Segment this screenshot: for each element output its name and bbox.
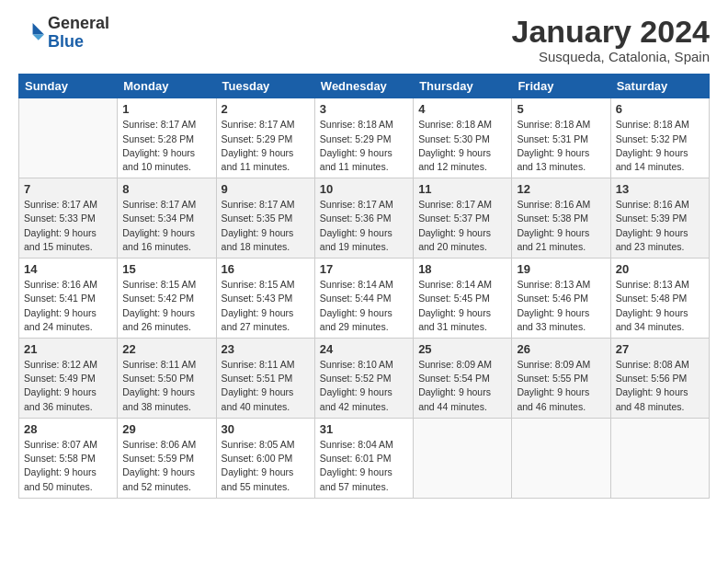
- day-cell: 5Sunrise: 8:18 AMSunset: 5:31 PMDaylight…: [512, 98, 610, 178]
- day-info: Sunrise: 8:16 AMSunset: 5:39 PMDaylight:…: [616, 198, 704, 254]
- day-info: Sunrise: 8:14 AMSunset: 5:45 PMDaylight:…: [418, 278, 506, 334]
- day-cell: 6Sunrise: 8:18 AMSunset: 5:32 PMDaylight…: [610, 98, 709, 178]
- day-info: Sunrise: 8:16 AMSunset: 5:41 PMDaylight:…: [24, 278, 112, 334]
- day-info: Sunrise: 8:17 AMSunset: 5:37 PMDaylight:…: [418, 198, 506, 254]
- day-number: 22: [122, 342, 210, 356]
- day-number: 20: [616, 262, 704, 276]
- logo-area: General Blue: [18, 15, 109, 52]
- location: Susqueda, Catalonia, Spain: [512, 49, 711, 64]
- day-info: Sunrise: 8:15 AMSunset: 5:43 PMDaylight:…: [222, 278, 310, 334]
- day-info: Sunrise: 8:07 AMSunset: 5:58 PMDaylight:…: [24, 438, 112, 494]
- day-cell: [414, 418, 512, 498]
- day-cell: 25Sunrise: 8:09 AMSunset: 5:54 PMDayligh…: [414, 339, 512, 419]
- day-info: Sunrise: 8:17 AMSunset: 5:35 PMDaylight:…: [222, 198, 310, 254]
- day-cell: 26Sunrise: 8:09 AMSunset: 5:55 PMDayligh…: [512, 339, 610, 419]
- week-row-3: 14Sunrise: 8:16 AMSunset: 5:41 PMDayligh…: [19, 259, 710, 339]
- weekday-header-row: SundayMondayTuesdayWednesdayThursdayFrid…: [19, 75, 710, 98]
- day-cell: 19Sunrise: 8:13 AMSunset: 5:46 PMDayligh…: [512, 259, 610, 339]
- day-cell: 2Sunrise: 8:17 AMSunset: 5:29 PMDaylight…: [216, 98, 314, 178]
- day-number: 11: [418, 182, 506, 196]
- day-number: 26: [517, 342, 605, 356]
- weekday-saturday: Saturday: [610, 75, 709, 98]
- weekday-sunday: Sunday: [19, 75, 118, 98]
- day-number: 7: [24, 182, 112, 196]
- day-cell: 8Sunrise: 8:17 AMSunset: 5:34 PMDaylight…: [118, 178, 216, 259]
- day-info: Sunrise: 8:09 AMSunset: 5:55 PMDaylight:…: [517, 358, 605, 414]
- day-number: 17: [320, 262, 408, 276]
- day-number: 3: [320, 102, 408, 116]
- day-info: Sunrise: 8:17 AMSunset: 5:28 PMDaylight:…: [122, 118, 210, 174]
- day-info: Sunrise: 8:18 AMSunset: 5:32 PMDaylight:…: [616, 118, 704, 174]
- day-info: Sunrise: 8:18 AMSunset: 5:31 PMDaylight:…: [517, 118, 605, 174]
- day-number: 5: [517, 102, 605, 116]
- day-info: Sunrise: 8:13 AMSunset: 5:46 PMDaylight:…: [517, 278, 605, 334]
- svg-marker-0: [33, 23, 44, 34]
- weekday-monday: Monday: [118, 75, 216, 98]
- day-number: 14: [24, 262, 112, 276]
- day-cell: [512, 418, 610, 498]
- day-info: Sunrise: 8:09 AMSunset: 5:54 PMDaylight:…: [418, 358, 506, 414]
- day-number: 12: [517, 182, 605, 196]
- day-number: 31: [320, 422, 408, 436]
- day-info: Sunrise: 8:17 AMSunset: 5:34 PMDaylight:…: [122, 198, 210, 254]
- day-number: 24: [320, 342, 408, 356]
- day-info: Sunrise: 8:17 AMSunset: 5:36 PMDaylight:…: [320, 198, 408, 254]
- title-area: January 2024 Susqueda, Catalonia, Spain: [512, 15, 711, 64]
- day-cell: 7Sunrise: 8:17 AMSunset: 5:33 PMDaylight…: [19, 178, 118, 259]
- day-number: 30: [222, 422, 310, 436]
- week-row-4: 21Sunrise: 8:12 AMSunset: 5:49 PMDayligh…: [19, 339, 710, 419]
- day-info: Sunrise: 8:13 AMSunset: 5:48 PMDaylight:…: [616, 278, 704, 334]
- svg-marker-1: [33, 34, 44, 40]
- day-info: Sunrise: 8:12 AMSunset: 5:49 PMDaylight:…: [24, 358, 112, 414]
- day-cell: 24Sunrise: 8:10 AMSunset: 5:52 PMDayligh…: [314, 339, 413, 419]
- calendar-table: SundayMondayTuesdayWednesdayThursdayFrid…: [18, 74, 710, 498]
- week-row-5: 28Sunrise: 8:07 AMSunset: 5:58 PMDayligh…: [19, 418, 710, 498]
- logo-text: General Blue: [48, 15, 109, 52]
- day-number: 28: [24, 422, 112, 436]
- logo-blue: Blue: [48, 33, 109, 52]
- day-number: 18: [418, 262, 506, 276]
- day-info: Sunrise: 8:17 AMSunset: 5:29 PMDaylight:…: [222, 118, 310, 174]
- day-cell: 21Sunrise: 8:12 AMSunset: 5:49 PMDayligh…: [19, 339, 118, 419]
- day-cell: 30Sunrise: 8:05 AMSunset: 6:00 PMDayligh…: [216, 418, 314, 498]
- day-cell: 20Sunrise: 8:13 AMSunset: 5:48 PMDayligh…: [610, 259, 709, 339]
- day-info: Sunrise: 8:05 AMSunset: 6:00 PMDaylight:…: [222, 438, 310, 494]
- day-cell: 22Sunrise: 8:11 AMSunset: 5:50 PMDayligh…: [118, 339, 216, 419]
- day-number: 1: [122, 102, 210, 116]
- day-cell: 11Sunrise: 8:17 AMSunset: 5:37 PMDayligh…: [414, 178, 512, 259]
- day-number: 15: [122, 262, 210, 276]
- day-info: Sunrise: 8:18 AMSunset: 5:30 PMDaylight:…: [418, 118, 506, 174]
- day-cell: 16Sunrise: 8:15 AMSunset: 5:43 PMDayligh…: [216, 259, 314, 339]
- day-info: Sunrise: 8:15 AMSunset: 5:42 PMDaylight:…: [122, 278, 210, 334]
- logo-icon: [18, 20, 44, 46]
- weekday-tuesday: Tuesday: [216, 75, 314, 98]
- day-number: 21: [24, 342, 112, 356]
- day-info: Sunrise: 8:08 AMSunset: 5:56 PMDaylight:…: [616, 358, 704, 414]
- month-title: January 2024: [512, 15, 711, 49]
- day-info: Sunrise: 8:06 AMSunset: 5:59 PMDaylight:…: [122, 438, 210, 494]
- day-cell: 15Sunrise: 8:15 AMSunset: 5:42 PMDayligh…: [118, 259, 216, 339]
- day-number: 13: [616, 182, 704, 196]
- day-cell: 4Sunrise: 8:18 AMSunset: 5:30 PMDaylight…: [414, 98, 512, 178]
- day-info: Sunrise: 8:11 AMSunset: 5:51 PMDaylight:…: [222, 358, 310, 414]
- day-number: 19: [517, 262, 605, 276]
- week-row-1: 1Sunrise: 8:17 AMSunset: 5:28 PMDaylight…: [19, 98, 710, 178]
- day-number: 2: [222, 102, 310, 116]
- day-cell: 9Sunrise: 8:17 AMSunset: 5:35 PMDaylight…: [216, 178, 314, 259]
- day-number: 9: [222, 182, 310, 196]
- day-number: 6: [616, 102, 704, 116]
- week-row-2: 7Sunrise: 8:17 AMSunset: 5:33 PMDaylight…: [19, 178, 710, 259]
- day-cell: 12Sunrise: 8:16 AMSunset: 5:38 PMDayligh…: [512, 178, 610, 259]
- day-cell: [610, 418, 709, 498]
- day-cell: 14Sunrise: 8:16 AMSunset: 5:41 PMDayligh…: [19, 259, 118, 339]
- day-number: 10: [320, 182, 408, 196]
- weekday-thursday: Thursday: [414, 75, 512, 98]
- day-info: Sunrise: 8:04 AMSunset: 6:01 PMDaylight:…: [320, 438, 408, 494]
- day-cell: 13Sunrise: 8:16 AMSunset: 5:39 PMDayligh…: [610, 178, 709, 259]
- day-cell: 29Sunrise: 8:06 AMSunset: 5:59 PMDayligh…: [118, 418, 216, 498]
- day-info: Sunrise: 8:14 AMSunset: 5:44 PMDaylight:…: [320, 278, 408, 334]
- day-info: Sunrise: 8:11 AMSunset: 5:50 PMDaylight:…: [122, 358, 210, 414]
- day-cell: 3Sunrise: 8:18 AMSunset: 5:29 PMDaylight…: [314, 98, 413, 178]
- day-number: 16: [222, 262, 310, 276]
- day-info: Sunrise: 8:10 AMSunset: 5:52 PMDaylight:…: [320, 358, 408, 414]
